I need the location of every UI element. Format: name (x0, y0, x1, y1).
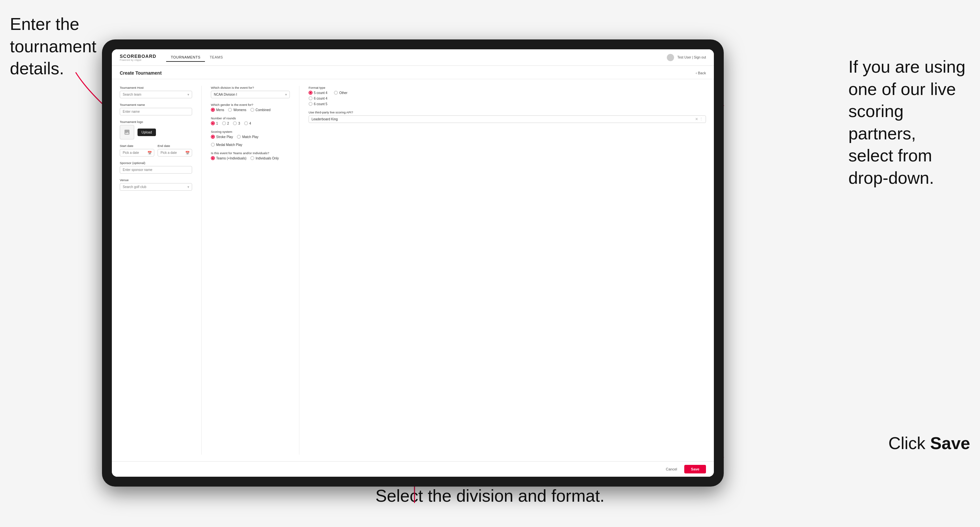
date-row: Start date 📅 End date 📅 (120, 144, 192, 157)
gender-combined-label: Combined (256, 108, 271, 112)
form-col-right: Format type 5 count 4 6 count 4 (309, 86, 706, 455)
teams-radio[interactable] (211, 156, 215, 160)
individuals-only[interactable]: Individuals Only (250, 156, 279, 160)
venue-wrap: ▼ (120, 183, 192, 190)
format-other[interactable]: Other (334, 91, 347, 95)
format-right-col: Other (334, 91, 347, 106)
rounds-1-radio[interactable] (211, 121, 215, 125)
gender-combined[interactable]: Combined (250, 108, 271, 112)
logo-upload-area: Upload (120, 125, 192, 140)
teams-group: Is this event for Teams and/or Individua… (211, 151, 290, 160)
tab-teams[interactable]: TEAMS (205, 53, 228, 62)
gender-radio-group: Mens Womens Combined (211, 108, 290, 112)
start-date-label: Start date (120, 144, 154, 148)
individuals-label: Individuals Only (256, 157, 279, 160)
tournament-logo-label: Tournament logo (120, 120, 192, 124)
end-date-group: End date 📅 (158, 144, 192, 157)
format-group: Format type 5 count 4 6 count 4 (309, 86, 706, 106)
end-date-label: End date (158, 144, 192, 148)
scoring-stroke[interactable]: Stroke Play (211, 135, 233, 139)
format-6count5[interactable]: 6 count 5 (309, 102, 327, 106)
rounds-3-label: 3 (238, 122, 240, 125)
tournament-host-input[interactable] (120, 91, 192, 98)
form-divider-1 (201, 86, 202, 455)
form-divider-2 (299, 86, 299, 455)
expand-icon[interactable]: ⋮ (699, 117, 703, 121)
individuals-radio[interactable] (250, 156, 254, 160)
gender-group: Which gender is the event for? Mens Wome… (211, 103, 290, 112)
calendar-icon-end: 📅 (185, 151, 190, 155)
rounds-2[interactable]: 2 (222, 121, 229, 125)
back-link[interactable]: ‹ Back (696, 71, 706, 75)
format-6count5-label: 6 count 5 (314, 102, 327, 106)
scoring-group: Scoring system Stroke Play Match Play (211, 130, 290, 147)
tab-tournaments[interactable]: TOURNAMENTS (166, 53, 205, 62)
clear-icon[interactable]: ✕ (695, 117, 698, 121)
gender-mens-label: Mens (216, 108, 224, 112)
gender-label: Which gender is the event for? (211, 103, 290, 106)
logo-placeholder (120, 125, 134, 140)
scoring-medal-label: Medal Match Play (216, 143, 242, 147)
venue-chevron-icon: ▼ (187, 186, 190, 189)
rounds-3-radio[interactable] (233, 121, 237, 125)
division-select[interactable]: NCAA Division I (211, 91, 290, 98)
division-label: Which division is the event for? (211, 86, 290, 89)
tournament-name-label: Tournament name (120, 103, 192, 106)
annotation-top-right: If you are using one of our live scoring… (848, 56, 974, 189)
rounds-1[interactable]: 1 (211, 121, 218, 125)
rounds-3[interactable]: 3 (233, 121, 240, 125)
venue-group: Venue ▼ (120, 178, 192, 190)
format-5count4-radio[interactable] (309, 91, 312, 95)
teams-label-text: Teams (+Individuals) (216, 157, 247, 160)
format-left-col: 5 count 4 6 count 4 6 count 5 (309, 91, 327, 106)
gender-womens[interactable]: Womens (228, 108, 246, 112)
cancel-button[interactable]: Cancel (662, 465, 681, 473)
gender-womens-radio[interactable] (228, 108, 232, 112)
tournament-host-group: Tournament Host ▼ (120, 86, 192, 98)
sponsor-input[interactable] (120, 166, 192, 174)
teams-radio-group: Teams (+Individuals) Individuals Only (211, 156, 290, 160)
nav-logo-main: SCOREBOARD (120, 54, 156, 59)
live-scoring-actions: ✕ ⋮ (695, 117, 703, 121)
start-date-group: Start date 📅 (120, 144, 154, 157)
rounds-4-radio[interactable] (244, 121, 248, 125)
page-title: Create Tournament (120, 70, 162, 76)
navbar: SCOREBOARD Powered by clippd TOURNAMENTS… (112, 49, 714, 66)
format-6count5-radio[interactable] (309, 102, 312, 106)
rounds-2-radio[interactable] (222, 121, 226, 125)
scoring-stroke-radio[interactable] (211, 135, 215, 139)
gender-mens[interactable]: Mens (211, 108, 224, 112)
format-6count4[interactable]: 6 count 4 (309, 96, 327, 100)
tournament-name-input[interactable] (120, 108, 192, 115)
gender-combined-radio[interactable] (250, 108, 254, 112)
teams-label: Is this event for Teams and/or Individua… (211, 151, 290, 155)
live-scoring-wrap[interactable]: Leaderboard King ✕ ⋮ (309, 115, 706, 123)
rounds-group: Number of rounds 1 2 3 (211, 116, 290, 125)
scoring-match-radio[interactable] (237, 135, 241, 139)
tournament-host-wrap: ▼ (120, 91, 192, 98)
format-5count4[interactable]: 5 count 4 (309, 91, 327, 95)
format-5count4-label: 5 count 4 (314, 91, 327, 95)
page-header: Create Tournament ‹ Back (112, 66, 714, 79)
teams-plus-individuals[interactable]: Teams (+Individuals) (211, 156, 247, 160)
venue-input[interactable] (120, 183, 192, 190)
sponsor-group: Sponsor (optional) (120, 161, 192, 174)
scoring-stroke-label: Stroke Play (216, 135, 233, 139)
user-info: Test User | Sign out (677, 56, 706, 59)
format-other-label: Other (339, 91, 347, 95)
tournament-name-group: Tournament name (120, 103, 192, 115)
gender-mens-radio[interactable] (211, 108, 215, 112)
scoring-medal-radio[interactable] (211, 143, 215, 147)
format-6count4-radio[interactable] (309, 96, 312, 100)
upload-button[interactable]: Upload (137, 129, 156, 136)
form-footer: Cancel Save (112, 461, 714, 477)
save-button[interactable]: Save (684, 465, 706, 473)
start-date-wrap: 📅 (120, 149, 154, 157)
rounds-4[interactable]: 4 (244, 121, 251, 125)
scoring-medal-match[interactable]: Medal Match Play (211, 143, 242, 147)
form-col-left: Tournament Host ▼ Tournament name Tourna… (120, 86, 192, 455)
rounds-2-label: 2 (228, 122, 229, 125)
form-col-mid: Which division is the event for? NCAA Di… (211, 86, 290, 455)
format-other-radio[interactable] (334, 91, 338, 95)
scoring-match[interactable]: Match Play (237, 135, 258, 139)
